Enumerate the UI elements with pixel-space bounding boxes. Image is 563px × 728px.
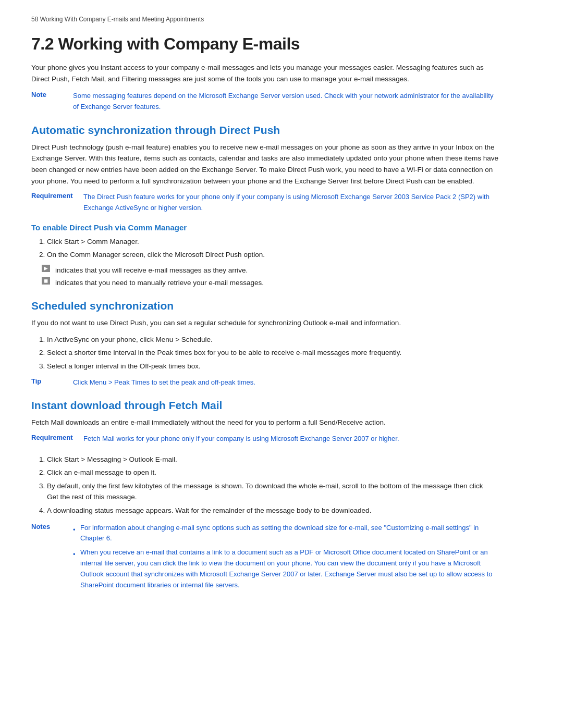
scheduled-sync-body: If you do not want to use Direct Push, y… — [31, 317, 500, 329]
tip-text: Click Menu > Peak Times to set the peak … — [73, 377, 255, 388]
scheduled-sync-steps: In ActiveSync on your phone, click Menu … — [47, 334, 532, 372]
direct-push-steps: Click Start > Comm Manager. On the Comm … — [47, 236, 532, 261]
tip-label: Tip — [31, 377, 68, 388]
notes-label: Notes — [31, 523, 68, 530]
note-text: Some messaging features depend on the Mi… — [73, 91, 500, 113]
note-block: Note Some messaging features depend on t… — [31, 91, 500, 113]
fetch-mail-step-1: Click Start > Messaging > Outlook E-mail… — [47, 454, 495, 465]
requirement-block-direct-push: Requirement The Direct Push feature work… — [31, 192, 500, 214]
intro-paragraph: Your phone gives you instant access to y… — [31, 62, 500, 84]
indicator-line-2: ◼ indicates that you need to manually re… — [42, 277, 490, 289]
indicator-text-2: indicates that you need to manually retr… — [55, 277, 264, 289]
notes-item-2: • When you receive an e-mail that contai… — [73, 547, 500, 590]
fetch-mail-step-4: A downloading status message appears. Wa… — [47, 505, 495, 516]
indicator-line-1: ▶ indicates that you will receive e-mail… — [42, 265, 490, 276]
scheduled-sync-step-2: Select a shorter time interval in the Pe… — [47, 347, 495, 359]
requirement-block-fetch-mail: Requirement Fetch Mail works for your ph… — [31, 434, 500, 445]
scheduled-sync-step-3: Select a longer interval in the Off-peak… — [47, 361, 495, 372]
section-fetch-mail-title: Instant download through Fetch Mail — [31, 399, 532, 412]
direct-push-body: Direct Push technology (push e-mail feat… — [31, 142, 500, 187]
push-icon-manual: ◼ — [42, 277, 50, 285]
page-header: 58 Working With Company E-mails and Meet… — [31, 16, 532, 25]
requirement-text-1: The Direct Push feature works for your p… — [83, 192, 500, 214]
notes-text-1: For information about changing e-mail sy… — [80, 523, 500, 545]
fetch-mail-step-3: By default, only the first few kilobytes… — [47, 480, 495, 503]
notes-block: Notes • For information about changing e… — [31, 523, 500, 594]
direct-push-step-1: Click Start > Comm Manager. — [47, 236, 495, 248]
tip-block: Tip Click Menu > Peak Times to set the p… — [31, 377, 500, 388]
section-direct-push-title: Automatic synchronization through Direct… — [31, 124, 532, 137]
fetch-mail-step-2: Click an e-mail message to open it. — [47, 467, 495, 478]
note-label: Note — [31, 91, 68, 113]
subsection-direct-push-title: To enable Direct Push via Comm Manager — [31, 223, 532, 232]
requirement-label-1: Requirement — [31, 192, 78, 214]
requirement-label-2: Requirement — [31, 434, 78, 445]
direct-push-step-2: On the Comm Manager screen, click the Mi… — [47, 249, 495, 261]
notes-text-2: When you receive an e-mail that contains… — [80, 547, 500, 590]
chapter-title: 7.2 Working with Company E-mails — [31, 34, 532, 54]
requirement-text-2: Fetch Mail works for your phone only if … — [83, 434, 399, 445]
notes-list: • For information about changing e-mail … — [73, 523, 500, 594]
indicator-text-1: indicates that you will receive e-mail m… — [55, 265, 248, 276]
fetch-mail-steps: Click Start > Messaging > Outlook E-mail… — [47, 454, 532, 516]
push-icon-active: ▶ — [42, 265, 50, 272]
notes-item-1: • For information about changing e-mail … — [73, 523, 500, 545]
scheduled-sync-step-1: In ActiveSync on your phone, click Menu … — [47, 334, 495, 346]
fetch-mail-body: Fetch Mail downloads an entire e-mail im… — [31, 417, 500, 428]
section-scheduled-sync-title: Scheduled synchronization — [31, 300, 532, 312]
